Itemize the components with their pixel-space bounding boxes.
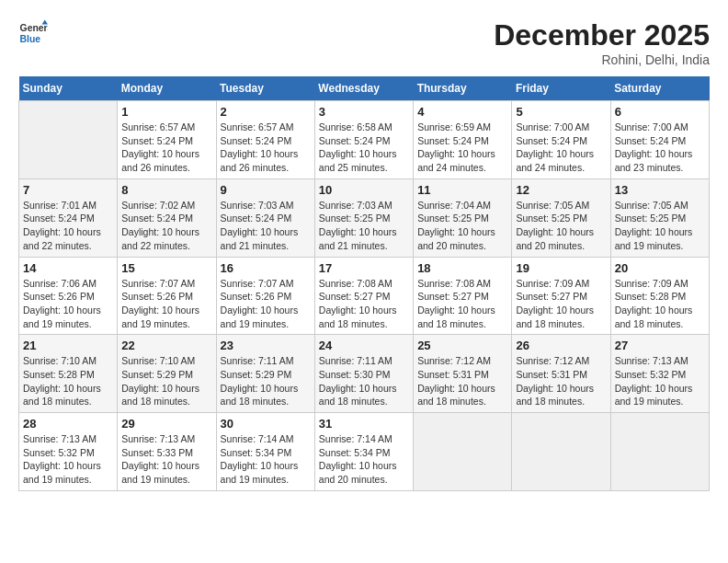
day-number: 17: [319, 261, 409, 275]
day-info: Sunrise: 7:05 AMSunset: 5:25 PMDaylight:…: [516, 199, 606, 253]
day-info: Sunrise: 7:08 AMSunset: 5:27 PMDaylight:…: [417, 277, 507, 331]
day-info: Sunrise: 7:08 AMSunset: 5:27 PMDaylight:…: [319, 277, 409, 331]
header-thursday: Thursday: [414, 76, 512, 101]
svg-text:Blue: Blue: [20, 34, 41, 44]
day-number: 15: [121, 261, 211, 275]
day-info: Sunrise: 7:04 AMSunset: 5:25 PMDaylight:…: [417, 199, 507, 253]
day-number: 11: [417, 183, 507, 197]
calendar-cell: 30Sunrise: 7:14 AMSunset: 5:34 PMDayligh…: [216, 413, 314, 491]
calendar-week-4: 21Sunrise: 7:10 AMSunset: 5:28 PMDayligh…: [19, 335, 710, 413]
day-number: 13: [615, 183, 705, 197]
day-number: 4: [417, 105, 507, 119]
day-number: 25: [417, 339, 507, 352]
calendar-table: Sunday Monday Tuesday Wednesday Thursday…: [18, 76, 710, 491]
day-number: 28: [23, 417, 113, 431]
day-number: 22: [121, 339, 211, 352]
calendar-cell: 24Sunrise: 7:11 AMSunset: 5:30 PMDayligh…: [314, 335, 413, 413]
calendar-cell: 13Sunrise: 7:05 AMSunset: 5:25 PMDayligh…: [610, 178, 709, 257]
day-number: 1: [121, 105, 211, 119]
day-info: Sunrise: 6:57 AMSunset: 5:24 PMDaylight:…: [121, 121, 211, 175]
day-number: 26: [516, 339, 606, 352]
day-info: Sunrise: 7:13 AMSunset: 5:32 PMDaylight:…: [615, 354, 705, 408]
day-number: 12: [516, 183, 606, 197]
calendar-cell: 29Sunrise: 7:13 AMSunset: 5:33 PMDayligh…: [118, 413, 216, 491]
calendar-week-2: 7Sunrise: 7:01 AMSunset: 5:24 PMDaylight…: [19, 178, 710, 257]
day-number: 18: [417, 261, 507, 275]
calendar-cell: 7Sunrise: 7:01 AMSunset: 5:24 PMDaylight…: [19, 178, 118, 257]
calendar-cell: 31Sunrise: 7:14 AMSunset: 5:34 PMDayligh…: [314, 413, 413, 491]
calendar-cell: 16Sunrise: 7:07 AMSunset: 5:26 PMDayligh…: [216, 257, 314, 335]
day-info: Sunrise: 7:14 AMSunset: 5:34 PMDaylight:…: [221, 432, 311, 487]
calendar-cell: 10Sunrise: 7:03 AMSunset: 5:25 PMDayligh…: [314, 178, 413, 257]
page-header: General Blue December 2025 Rohini, Delhi…: [18, 18, 710, 67]
header-friday: Friday: [512, 76, 610, 101]
day-info: Sunrise: 6:57 AMSunset: 5:24 PMDaylight:…: [221, 121, 311, 175]
calendar-cell: 6Sunrise: 7:00 AMSunset: 5:24 PMDaylight…: [610, 101, 709, 179]
calendar-cell: 19Sunrise: 7:09 AMSunset: 5:27 PMDayligh…: [512, 257, 610, 335]
calendar-cell: 18Sunrise: 7:08 AMSunset: 5:27 PMDayligh…: [414, 257, 512, 335]
day-info: Sunrise: 7:07 AMSunset: 5:26 PMDaylight:…: [121, 277, 211, 331]
calendar-cell: 26Sunrise: 7:12 AMSunset: 5:31 PMDayligh…: [512, 335, 610, 413]
header-wednesday: Wednesday: [314, 76, 413, 101]
page-title: December 2025: [494, 18, 710, 52]
calendar-cell: 21Sunrise: 7:10 AMSunset: 5:28 PMDayligh…: [19, 335, 118, 413]
day-info: Sunrise: 7:09 AMSunset: 5:27 PMDaylight:…: [516, 277, 606, 331]
day-info: Sunrise: 6:58 AMSunset: 5:24 PMDaylight:…: [319, 121, 409, 175]
calendar-cell: 15Sunrise: 7:07 AMSunset: 5:26 PMDayligh…: [118, 257, 216, 335]
calendar-cell: 22Sunrise: 7:10 AMSunset: 5:29 PMDayligh…: [118, 335, 216, 413]
day-info: Sunrise: 7:11 AMSunset: 5:30 PMDaylight:…: [319, 354, 409, 408]
day-info: Sunrise: 7:10 AMSunset: 5:28 PMDaylight:…: [23, 354, 113, 408]
calendar-cell: [414, 413, 512, 491]
calendar-cell: 20Sunrise: 7:09 AMSunset: 5:28 PMDayligh…: [610, 257, 709, 335]
day-number: 23: [221, 339, 311, 352]
day-info: Sunrise: 7:06 AMSunset: 5:26 PMDaylight:…: [23, 277, 113, 331]
day-info: Sunrise: 7:09 AMSunset: 5:28 PMDaylight:…: [615, 277, 705, 331]
day-number: 19: [516, 261, 606, 275]
calendar-cell: 3Sunrise: 6:58 AMSunset: 5:24 PMDaylight…: [314, 101, 413, 179]
day-number: 24: [319, 339, 409, 352]
day-number: 2: [221, 105, 311, 119]
calendar-cell: 5Sunrise: 7:00 AMSunset: 5:24 PMDaylight…: [512, 101, 610, 179]
day-number: 27: [615, 339, 705, 352]
header-saturday: Saturday: [610, 76, 709, 101]
calendar-cell: 2Sunrise: 6:57 AMSunset: 5:24 PMDaylight…: [216, 101, 314, 179]
day-number: 8: [121, 183, 211, 197]
calendar-cell: 25Sunrise: 7:12 AMSunset: 5:31 PMDayligh…: [414, 335, 512, 413]
calendar-cell: 9Sunrise: 7:03 AMSunset: 5:24 PMDaylight…: [216, 178, 314, 257]
day-info: Sunrise: 7:14 AMSunset: 5:34 PMDaylight:…: [319, 432, 409, 487]
calendar-week-5: 28Sunrise: 7:13 AMSunset: 5:32 PMDayligh…: [19, 413, 710, 491]
day-info: Sunrise: 7:03 AMSunset: 5:25 PMDaylight:…: [319, 199, 409, 253]
day-number: 10: [319, 183, 409, 197]
day-number: 3: [319, 105, 409, 119]
calendar-cell: 23Sunrise: 7:11 AMSunset: 5:29 PMDayligh…: [216, 335, 314, 413]
day-info: Sunrise: 7:13 AMSunset: 5:33 PMDaylight:…: [121, 432, 211, 487]
calendar-cell: 28Sunrise: 7:13 AMSunset: 5:32 PMDayligh…: [19, 413, 118, 491]
day-number: 16: [221, 261, 311, 275]
calendar-cell: 4Sunrise: 6:59 AMSunset: 5:24 PMDaylight…: [414, 101, 512, 179]
calendar-cell: 27Sunrise: 7:13 AMSunset: 5:32 PMDayligh…: [610, 335, 709, 413]
day-info: Sunrise: 7:01 AMSunset: 5:24 PMDaylight:…: [23, 199, 113, 253]
calendar-cell: 17Sunrise: 7:08 AMSunset: 5:27 PMDayligh…: [314, 257, 413, 335]
calendar-week-3: 14Sunrise: 7:06 AMSunset: 5:26 PMDayligh…: [19, 257, 710, 335]
day-info: Sunrise: 7:13 AMSunset: 5:32 PMDaylight:…: [23, 432, 113, 487]
header-tuesday: Tuesday: [216, 76, 314, 101]
day-info: Sunrise: 7:00 AMSunset: 5:24 PMDaylight:…: [615, 121, 705, 175]
title-section: December 2025 Rohini, Delhi, India: [494, 18, 710, 67]
header-monday: Monday: [118, 76, 216, 101]
day-info: Sunrise: 7:00 AMSunset: 5:24 PMDaylight:…: [516, 121, 606, 175]
day-number: 21: [23, 339, 113, 352]
calendar-cell: 14Sunrise: 7:06 AMSunset: 5:26 PMDayligh…: [19, 257, 118, 335]
day-number: 14: [23, 261, 113, 275]
day-number: 9: [221, 183, 311, 197]
svg-text:General: General: [20, 23, 48, 33]
day-number: 6: [615, 105, 705, 119]
day-number: 29: [121, 417, 211, 431]
logo-icon: General Blue: [18, 18, 48, 48]
svg-marker-2: [42, 20, 48, 25]
calendar-cell: 11Sunrise: 7:04 AMSunset: 5:25 PMDayligh…: [414, 178, 512, 257]
day-info: Sunrise: 6:59 AMSunset: 5:24 PMDaylight:…: [417, 121, 507, 175]
calendar-cell: [19, 101, 118, 179]
day-info: Sunrise: 7:07 AMSunset: 5:26 PMDaylight:…: [221, 277, 311, 331]
calendar-header-row: Sunday Monday Tuesday Wednesday Thursday…: [19, 76, 710, 101]
day-info: Sunrise: 7:10 AMSunset: 5:29 PMDaylight:…: [121, 354, 211, 408]
